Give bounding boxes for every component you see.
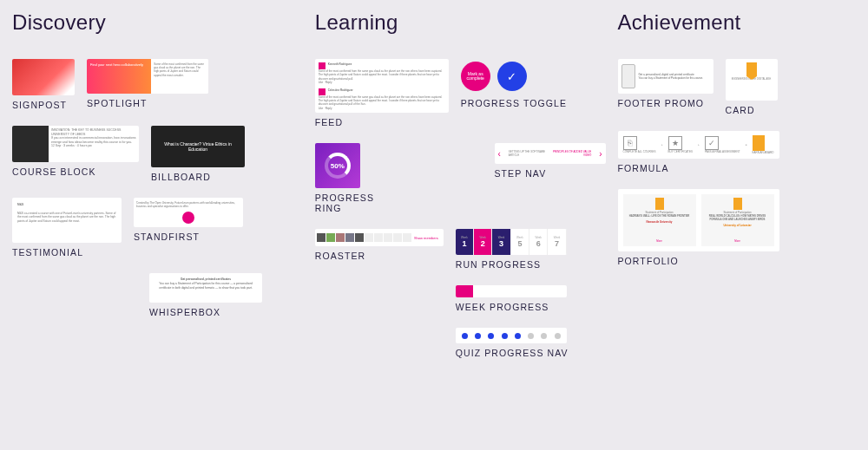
label-quizprogressnav: QUIZ PROGRESS NAV (456, 348, 569, 358)
label-whisperbox: WHISPERBOX (149, 307, 262, 317)
component-billboard[interactable]: What is Character? Virtue Ethics in Educ… (151, 126, 245, 182)
thumb-standfirst: Created by The Open University, FutureLe… (134, 198, 243, 227)
component-runprogress[interactable]: Week1 Week2 Week3 Week5 Week6 Week7 RUN … (456, 229, 567, 270)
label-courseblock: COURSE BLOCK (12, 166, 139, 177)
thumb-card: ENGINEERING IN THE DIGITAL AGE (726, 59, 778, 101)
label-runprogress: RUN PROGRESS (456, 259, 567, 270)
phone-icon (621, 64, 635, 88)
thumb-footerpromo: Get a personalised, digital and printed … (618, 59, 713, 94)
thumb-weekprogress (456, 285, 567, 297)
component-portfolio[interactable]: Statement of ParticipationHADRIAN'S WALL… (618, 189, 779, 266)
thumb-courseblock: INNOVATION: THE KEY TO BUSINESS SUCCESSU… (12, 126, 139, 162)
label-feed: FEED (315, 117, 449, 127)
component-card[interactable]: ENGINEERING IN THE DIGITAL AGE CARD (726, 59, 778, 115)
ribbon-icon (746, 62, 757, 76)
ribbon-icon (733, 198, 742, 210)
label-progressring: PROGRESS RING (315, 192, 403, 213)
component-testimonial[interactable]: M&SM&S co-created a course with one of F… (12, 198, 122, 258)
column-title-discovery: Discovery (12, 10, 303, 35)
label-billboard: BILLBOARD (151, 172, 245, 182)
chevron-left-icon[interactable]: ‹ (498, 149, 501, 159)
label-portfolio: PORTFOLIO (618, 256, 779, 266)
component-formula[interactable]: ⎘COMPLETE ALL COURSES + ★BUY CERTIFICATE… (618, 131, 779, 173)
label-weekprogress: WEEK PROGRESS (456, 302, 567, 312)
label-testimonial: TESTIMONIAL (12, 247, 122, 258)
thumb-billboard: What is Character? Virtue Ethics in Educ… (151, 126, 245, 167)
component-standfirst[interactable]: Created by The Open University, FutureLe… (134, 198, 243, 242)
thumb-testimonial: M&SM&S co-created a course with one of F… (12, 198, 122, 243)
label-signpost: SIGNPOST (12, 100, 75, 110)
thumb-progressring: 50% (315, 143, 360, 188)
label-standfirst: STANDFIRST (134, 232, 243, 242)
column-discovery: Discovery SIGNPOST Find your next hero c… (12, 10, 303, 358)
label-formula: FORMULA (618, 163, 779, 173)
thumb-progresstoggle: Mark as complete ✓ (461, 59, 565, 94)
thumb-spotlight: Find your next hero collaboratively Some… (87, 59, 208, 94)
thumb-runprogress: Week1 Week2 Week3 Week5 Week6 Week7 (456, 229, 567, 255)
play-icon (182, 212, 194, 224)
column-achievement: Achievement Get a personalised, digital … (618, 10, 857, 358)
progress-ring-value: 50% (325, 153, 351, 179)
label-progresstoggle: PROGRESS TOGGLE (461, 98, 567, 108)
component-whisperbox[interactable]: Get personalised, printed certificatesYo… (149, 273, 262, 317)
component-weekprogress[interactable]: WEEK PROGRESS (456, 285, 567, 312)
component-progressring[interactable]: 50% PROGRESS RING (315, 143, 403, 213)
mark-complete-button[interactable]: Mark as complete (461, 62, 490, 91)
thumb-stepnav: ‹ SETTING UP THE SOFTWAREARTICLE PRINCIP… (495, 143, 606, 164)
chevron-right-icon[interactable]: › (599, 149, 602, 159)
label-footerpromo: FOOTER PROMO (618, 98, 713, 108)
component-courseblock[interactable]: INNOVATION: THE KEY TO BUSINESS SUCCESSU… (12, 126, 139, 177)
column-title-learning: Learning (315, 10, 606, 35)
ribbon-icon (655, 198, 664, 210)
column-title-achievement: Achievement (618, 10, 857, 35)
column-learning: Learning Kenneth RodriguezSome of the mo… (315, 10, 606, 358)
thumb-quizprogressnav (456, 328, 567, 343)
label-roaster: ROASTER (315, 251, 444, 261)
component-signpost[interactable]: SIGNPOST (12, 59, 75, 110)
component-quizprogressnav[interactable]: QUIZ PROGRESS NAV (456, 328, 569, 358)
label-stepnav: STEP NAV (495, 168, 606, 179)
thumb-signpost (12, 59, 75, 95)
component-progresstoggle[interactable]: Mark as complete ✓ PROGRESS TOGGLE (461, 59, 567, 108)
component-spotlight[interactable]: Find your next hero collaboratively Some… (87, 59, 208, 108)
show-members-link[interactable]: Show members (414, 236, 438, 240)
thumb-feed: Kenneth RodriguezSome of the most confir… (315, 59, 449, 113)
thumb-portfolio: Statement of ParticipationHADRIAN'S WALL… (618, 189, 779, 251)
completed-check-icon[interactable]: ✓ (497, 62, 527, 91)
component-stepnav[interactable]: ‹ SETTING UP THE SOFTWAREARTICLE PRINCIP… (495, 143, 606, 179)
label-spotlight: SPOTLIGHT (87, 98, 208, 108)
thumb-roaster: Show members (315, 229, 444, 246)
thumb-formula: ⎘COMPLETE ALL COURSES + ★BUY CERTIFICATE… (618, 131, 779, 159)
thumb-whisperbox: Get personalised, printed certificatesYo… (149, 273, 262, 303)
component-feed[interactable]: Kenneth RodriguezSome of the most confir… (315, 59, 449, 127)
component-roaster[interactable]: Show members ROASTER (315, 229, 444, 261)
label-card: CARD (726, 105, 778, 115)
component-footerpromo[interactable]: Get a personalised, digital and printed … (618, 59, 713, 108)
